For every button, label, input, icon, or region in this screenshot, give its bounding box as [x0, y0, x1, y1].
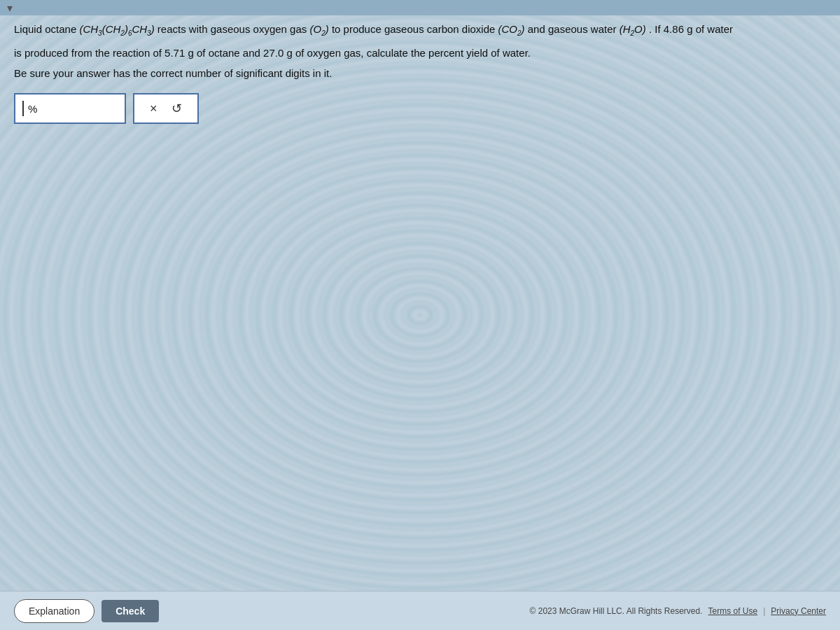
explanation-button[interactable]: Explanation — [14, 599, 94, 623]
formula-o2: (O2) — [309, 23, 328, 35]
check-button[interactable]: Check — [102, 600, 159, 622]
copyright-text: © 2023 McGraw Hill LLC. All Rights Reser… — [530, 606, 703, 616]
top-bar: ▾ — [0, 0, 840, 15]
terms-link[interactable]: Terms of Use — [708, 606, 757, 616]
formula-octane: (CH3(CH2)6CH3) — [79, 23, 154, 35]
question-mid2: to produce gaseous carbon dioxide — [332, 23, 498, 35]
main-container: ▾ Liquid octane (CH3(CH2)6CH3) reacts wi… — [0, 0, 840, 630]
privacy-link[interactable]: Privacy Center — [771, 606, 826, 616]
formula-co2: (CO2) — [498, 23, 525, 35]
undo-button[interactable]: ↺ — [167, 99, 186, 118]
question-mid3: and gaseous water — [528, 23, 620, 35]
percent-unit: % — [28, 103, 37, 115]
question-suffix: . If 4.86 g of water — [649, 23, 733, 35]
footer-copyright: © 2023 McGraw Hill LLC. All Rights Reser… — [530, 606, 826, 616]
footer-bar: Explanation Check © 2023 McGraw Hill LLC… — [0, 591, 840, 630]
question-line1: Liquid octane (CH3(CH2)6CH3) reacts with… — [14, 21, 826, 39]
answer-row: % × ↺ — [14, 93, 826, 124]
action-buttons-container: × ↺ — [133, 93, 199, 124]
question-line3: Be sure your answer has the correct numb… — [14, 67, 826, 79]
question-mid1: reacts with gaseous oxygen gas — [158, 23, 310, 35]
footer-divider: | — [763, 606, 765, 616]
chevron-down-icon[interactable]: ▾ — [7, 1, 13, 15]
clear-button[interactable]: × — [146, 100, 162, 118]
question-line2: is produced from the reaction of 5.71 g … — [14, 45, 826, 62]
cursor-bar — [22, 101, 24, 116]
answer-input-container[interactable]: % — [14, 93, 126, 124]
formula-h2o: (H2O) — [620, 23, 646, 35]
question-prefix: Liquid octane — [14, 23, 79, 35]
